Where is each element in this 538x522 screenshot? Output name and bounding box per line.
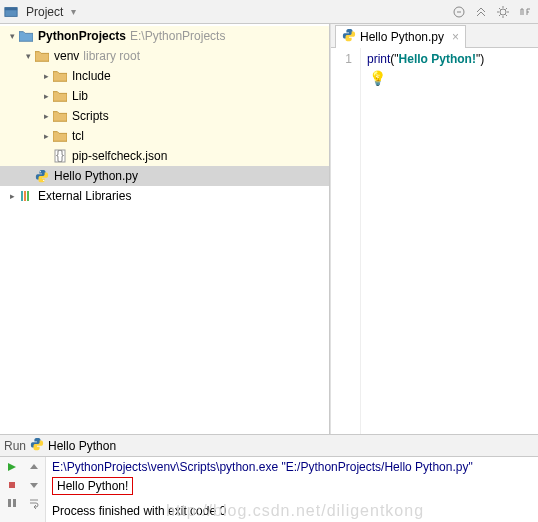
chevron-right-icon[interactable]: ▸ — [40, 131, 52, 141]
run-output[interactable]: E:\PythonProjects\venv\Scripts\python.ex… — [46, 457, 538, 522]
run-header: Run Hello Python — [0, 435, 538, 457]
dropdown-icon[interactable]: ▾ — [71, 6, 76, 17]
tree-dir-include[interactable]: ▸ Include — [0, 66, 329, 86]
svg-rect-11 — [27, 191, 29, 201]
folder-icon — [18, 28, 34, 44]
venv-name: venv — [54, 49, 79, 63]
dir-label: tcl — [72, 129, 84, 143]
chevron-down-icon[interactable]: ▾ — [6, 31, 18, 41]
library-folder-icon — [34, 48, 50, 64]
code-editor[interactable]: 1 print("Hello Python!") 💡 — [331, 48, 538, 434]
file-label: Hello Python.py — [54, 169, 138, 183]
tree-external-libs[interactable]: ▸ External Libraries — [0, 186, 329, 206]
run-toolbar — [0, 457, 46, 522]
root-path: E:\PythonProjects — [130, 29, 225, 43]
svg-rect-1 — [5, 7, 17, 10]
root-name: PythonProjects — [38, 29, 126, 43]
json-file-icon: {} — [52, 148, 68, 164]
tab-close-icon[interactable]: × — [452, 30, 459, 44]
tree-file-hello[interactable]: Hello Python.py — [0, 166, 329, 186]
soft-wrap-button[interactable] — [24, 495, 44, 511]
toolbar: Project ▾ — [0, 0, 538, 24]
lightbulb-icon[interactable]: 💡 — [369, 70, 386, 86]
svg-text:{}: {} — [56, 149, 64, 162]
dir-label: Scripts — [72, 109, 109, 123]
scroll-from-source-icon[interactable] — [472, 3, 490, 21]
python-file-icon — [34, 168, 50, 184]
svg-rect-13 — [8, 499, 11, 507]
dir-label: Include — [72, 69, 111, 83]
editor-tabs: Hello Python.py × — [331, 24, 538, 48]
file-label: pip-selfcheck.json — [72, 149, 167, 163]
venv-tag: library root — [83, 49, 140, 63]
svg-point-7 — [40, 171, 41, 172]
editor-tab-hello[interactable]: Hello Python.py × — [335, 25, 466, 47]
tree-root[interactable]: ▾ PythonProjects E:\PythonProjects — [0, 26, 329, 46]
run-panel: Run Hello Python E:\PythonProjects\venv\… — [0, 434, 538, 522]
run-config-name[interactable]: Hello Python — [48, 439, 116, 453]
settings-gear-icon[interactable] — [494, 3, 512, 21]
chevron-right-icon[interactable]: ▸ — [40, 71, 52, 81]
chevron-right-icon[interactable]: ▸ — [40, 91, 52, 101]
libraries-icon — [18, 188, 34, 204]
collapse-all-icon[interactable] — [450, 3, 468, 21]
folder-icon — [52, 108, 68, 124]
extlib-label: External Libraries — [38, 189, 131, 203]
toggle-break-button[interactable] — [2, 495, 22, 511]
svg-rect-14 — [13, 499, 16, 507]
folder-icon — [52, 128, 68, 144]
scroll-up-button[interactable] — [24, 459, 44, 475]
dir-label: Lib — [72, 89, 88, 103]
svg-point-8 — [43, 180, 44, 181]
folder-icon — [52, 88, 68, 104]
hide-icon[interactable] — [516, 3, 534, 21]
svg-rect-9 — [21, 191, 23, 201]
project-icon — [4, 5, 18, 19]
chevron-right-icon[interactable]: ▸ — [40, 111, 52, 121]
editor-area: Hello Python.py × 1 print("Hello Python!… — [330, 24, 538, 434]
tree-dir-lib[interactable]: ▸ Lib — [0, 86, 329, 106]
exit-line: Process finished with exit code 0 — [52, 503, 532, 519]
cmd-line: E:\PythonProjects\venv\Scripts\python.ex… — [52, 459, 532, 475]
stop-button[interactable] — [2, 477, 22, 493]
svg-rect-12 — [9, 482, 15, 488]
scroll-down-button[interactable] — [24, 477, 44, 493]
output-line: Hello Python! — [52, 477, 133, 495]
code-content[interactable]: print("Hello Python!") 💡 — [361, 48, 538, 434]
folder-icon — [52, 68, 68, 84]
svg-rect-10 — [24, 191, 26, 201]
tree-dir-scripts[interactable]: ▸ Scripts — [0, 106, 329, 126]
rerun-button[interactable] — [2, 459, 22, 475]
tree-dir-tcl[interactable]: ▸ tcl — [0, 126, 329, 146]
line-gutter: 1 — [331, 48, 361, 434]
chevron-down-icon[interactable]: ▾ — [22, 51, 34, 61]
python-file-icon — [342, 28, 356, 45]
chevron-right-icon[interactable]: ▸ — [6, 191, 18, 201]
tree-venv[interactable]: ▾ venv library root — [0, 46, 329, 66]
python-icon — [30, 437, 44, 454]
project-tree: ▾ PythonProjects E:\PythonProjects ▾ ven… — [0, 24, 330, 434]
tree-file-pip[interactable]: {} pip-selfcheck.json — [0, 146, 329, 166]
project-label[interactable]: Project — [22, 5, 67, 19]
run-tab-label[interactable]: Run — [4, 439, 26, 453]
svg-point-4 — [500, 9, 506, 15]
tab-label: Hello Python.py — [360, 30, 444, 44]
